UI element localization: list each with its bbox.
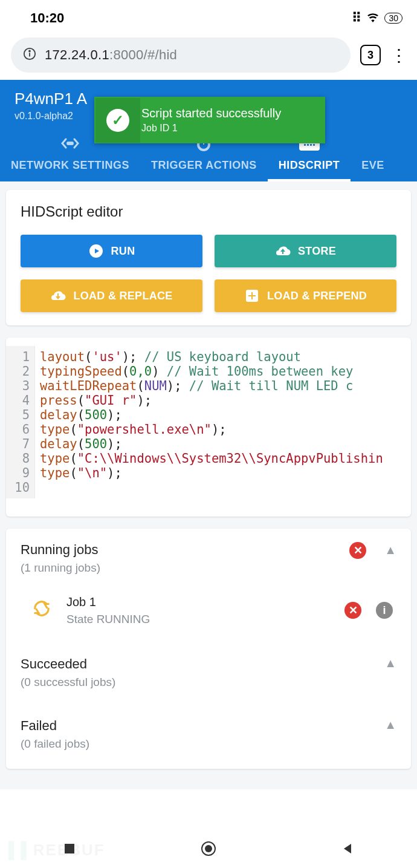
code-area[interactable]: layout('us'); // US keyboard layouttypin… [35,346,411,498]
recents-button[interactable] [61,840,78,857]
svg-marker-19 [344,844,351,853]
load-prepend-button[interactable]: LOAD & PREPEND [215,279,396,312]
tab-label: TRIGGER ACTIONS [151,159,257,172]
editor-card: HIDScript editor RUN STORE LOAD & REPLAC… [6,190,411,325]
add-box-icon [244,288,260,304]
button-label: LOAD & REPLACE [73,290,172,302]
cancel-all-button[interactable]: ✕ [349,542,366,559]
succeeded-jobs-header[interactable]: Succeeded (0 successful jobs) ▲ [21,656,396,694]
browser-toolbar: 172.24.0.1:8000/#/hid 3 ⋮ [0,30,417,80]
job-title: Job 1 [66,595,150,609]
failed-jobs-header[interactable]: Failed (0 failed jobs) ▲ [21,718,396,755]
status-bar: 10:20 ⠿ 30 [0,0,417,30]
status-time: 10:20 [30,10,64,26]
svg-point-5 [71,143,73,145]
section-subtitle: (0 successful jobs) [21,676,115,689]
tabs-button[interactable]: 3 [360,45,381,65]
running-jobs-header[interactable]: Running jobs (1 running jobs) ✕ ▲ [21,542,396,579]
info-icon[interactable] [23,47,36,63]
section-subtitle: (1 running jobs) [21,561,100,575]
section-subtitle: (0 failed jobs) [21,737,89,751]
svg-point-2 [29,51,30,52]
check-icon: ✓ [106,109,129,132]
code-gutter: 12345678910 [6,346,35,498]
svg-rect-15 [248,295,256,296]
section-title: Failed [21,718,89,734]
page-body: HIDScript editor RUN STORE LOAD & REPLAC… [0,181,417,789]
job-info-button[interactable]: i [376,602,393,619]
sync-icon [33,599,51,622]
jobs-card: Running jobs (1 running jobs) ✕ ▲ Job 1 … [6,529,411,769]
button-label: STORE [298,245,336,258]
chevron-up-icon[interactable]: ▲ [384,543,396,557]
editor-title: HIDScript editor [21,203,396,220]
overflow-menu-icon[interactable]: ⋮ [390,45,406,65]
toast-title: Script started successfully [141,106,281,120]
toast-subtitle: Job ID 1 [141,123,281,134]
tab-label: EVE [361,159,384,172]
status-icons: ⠿ 30 [352,10,402,26]
code-icon [60,134,80,153]
signal-icon: ⠿ [352,10,361,26]
tab-events[interactable]: EVE [351,128,387,181]
chevron-up-icon[interactable]: ▲ [384,718,396,732]
back-button[interactable] [339,840,356,857]
cancel-job-button[interactable]: ✕ [344,602,361,619]
url-text: 172.24.0.1:8000/#/hid [45,47,177,63]
button-label: LOAD & PREPEND [267,290,367,302]
svg-rect-16 [65,844,74,853]
section-title: Running jobs [21,542,100,558]
system-nav-bar [0,829,417,868]
wifi-icon [366,10,380,26]
url-bar[interactable]: 172.24.0.1:8000/#/hid [11,38,351,73]
toast-notification: ✓ Script started successfully Job ID 1 [94,97,325,143]
cloud-upload-icon [275,243,291,259]
job-state: State RUNNING [66,613,150,626]
job-row: Job 1 State RUNNING ✕ i [21,579,396,632]
load-replace-button[interactable]: LOAD & REPLACE [21,279,202,312]
home-button[interactable] [200,840,217,857]
tab-label: NETWORK SETTINGS [11,159,129,172]
events-icon [370,134,375,153]
chevron-up-icon[interactable]: ▲ [384,656,396,670]
play-icon [88,243,104,259]
button-label: RUN [111,245,135,258]
code-editor[interactable]: 12345678910 layout('us'); // US keyboard… [6,338,411,517]
section-title: Succeeded [21,656,115,672]
battery-icon: 30 [384,13,402,24]
cloud-download-icon [50,288,66,304]
svg-point-18 [205,845,212,852]
run-button[interactable]: RUN [21,235,202,267]
tab-label: HIDSCRIPT [279,159,340,172]
store-button[interactable]: STORE [215,235,396,267]
